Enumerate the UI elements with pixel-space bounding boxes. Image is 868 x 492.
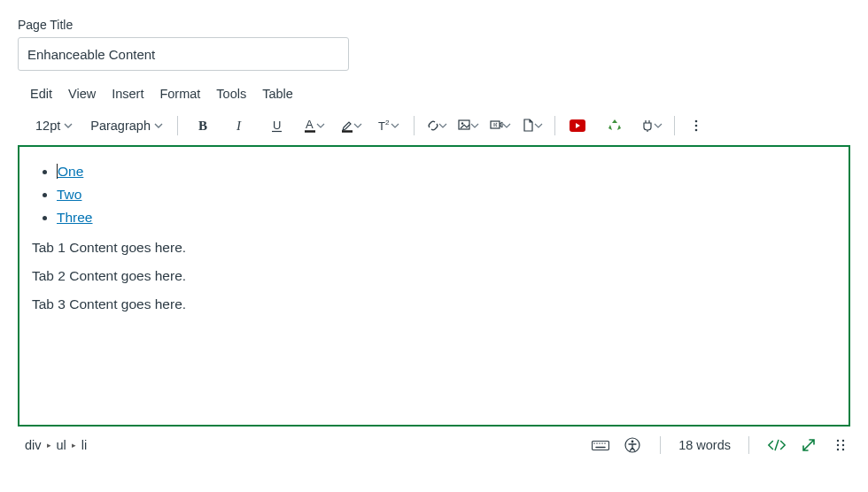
menu-table[interactable]: Table (262, 87, 293, 101)
status-divider (660, 436, 661, 454)
keyboard-icon[interactable] (591, 435, 610, 455)
menu-edit[interactable]: Edit (30, 87, 52, 101)
content-link-two[interactable]: Two (57, 187, 81, 202)
superscript-button[interactable]: T 2 (373, 113, 405, 138)
svg-rect-16 (593, 442, 609, 450)
font-size-select[interactable]: 12pt (30, 113, 78, 138)
svg-point-28 (842, 444, 844, 446)
toolbar: 12pt Paragraph B I U A (18, 110, 850, 145)
image-button[interactable] (455, 113, 482, 138)
html-view-icon[interactable] (767, 435, 787, 455)
page-title-input[interactable] (18, 37, 349, 71)
page-title-label: Page Title (18, 18, 850, 32)
drag-handle-icon[interactable] (831, 435, 850, 455)
path-separator-icon: ▸ (45, 441, 53, 450)
bold-button[interactable]: B (187, 113, 219, 138)
list-item: Three (57, 207, 836, 228)
menu-tools[interactable]: Tools (216, 87, 246, 101)
toolbar-divider (414, 116, 415, 135)
more-button[interactable] (684, 113, 709, 138)
statusbar: div ▸ ul ▸ li 18 words (0, 427, 868, 455)
highlight-color-button[interactable] (336, 113, 368, 138)
svg-point-10 (461, 122, 463, 124)
text-color-button[interactable]: A (298, 113, 330, 138)
block-format-select[interactable]: Paragraph (85, 113, 168, 138)
svg-point-14 (695, 125, 698, 127)
menu-insert[interactable]: Insert (112, 87, 143, 101)
svg-text:2: 2 (385, 119, 390, 127)
svg-point-26 (842, 440, 844, 442)
svg-point-24 (632, 441, 634, 443)
word-count[interactable]: 18 words (678, 438, 731, 452)
underline-button[interactable]: U (261, 113, 293, 138)
youtube-icon[interactable] (564, 113, 591, 138)
plugin-button[interactable] (639, 113, 665, 138)
editor-area[interactable]: One Two Three Tab 1 Content goes here. T… (18, 145, 850, 427)
toolbar-divider (674, 116, 675, 135)
media-button[interactable] (487, 113, 514, 138)
content-link-three[interactable]: Three (57, 210, 93, 225)
chevron-down-icon (154, 121, 163, 130)
svg-text:B: B (198, 119, 207, 133)
content-paragraph: Tab 2 Content goes here. (32, 265, 836, 287)
recycle-icon[interactable] (601, 113, 628, 138)
link-button[interactable] (423, 113, 450, 138)
svg-point-25 (837, 440, 839, 442)
svg-text:T: T (378, 119, 385, 133)
svg-text:U: U (273, 119, 281, 132)
content-paragraph: Tab 3 Content goes here. (32, 294, 836, 315)
list-item: One (57, 161, 836, 182)
svg-point-30 (842, 449, 844, 450)
svg-text:A: A (306, 118, 314, 131)
content-list: One Two Three (32, 161, 836, 228)
list-item: Two (57, 184, 836, 205)
menu-view[interactable]: View (68, 87, 96, 101)
svg-point-15 (695, 129, 698, 132)
svg-point-13 (695, 120, 698, 123)
svg-point-29 (837, 449, 839, 450)
italic-button[interactable]: I (224, 113, 256, 138)
toolbar-divider (177, 116, 178, 135)
content-link-one[interactable]: One (57, 164, 83, 179)
path-separator-icon: ▸ (70, 441, 78, 450)
document-button[interactable] (519, 113, 546, 138)
fullscreen-icon[interactable] (799, 435, 818, 455)
svg-rect-11 (491, 121, 500, 128)
menu-format[interactable]: Format (159, 87, 200, 101)
element-path[interactable]: div ▸ ul ▸ li (25, 438, 87, 452)
accessibility-icon[interactable] (623, 435, 642, 455)
svg-point-27 (837, 444, 839, 446)
toolbar-divider (554, 116, 555, 135)
menubar: Edit View Insert Format Tools Table (18, 71, 850, 110)
chevron-down-icon (64, 121, 73, 130)
content-paragraph: Tab 1 Content goes here. (32, 237, 836, 258)
status-divider (748, 436, 749, 454)
svg-text:I: I (236, 119, 242, 133)
